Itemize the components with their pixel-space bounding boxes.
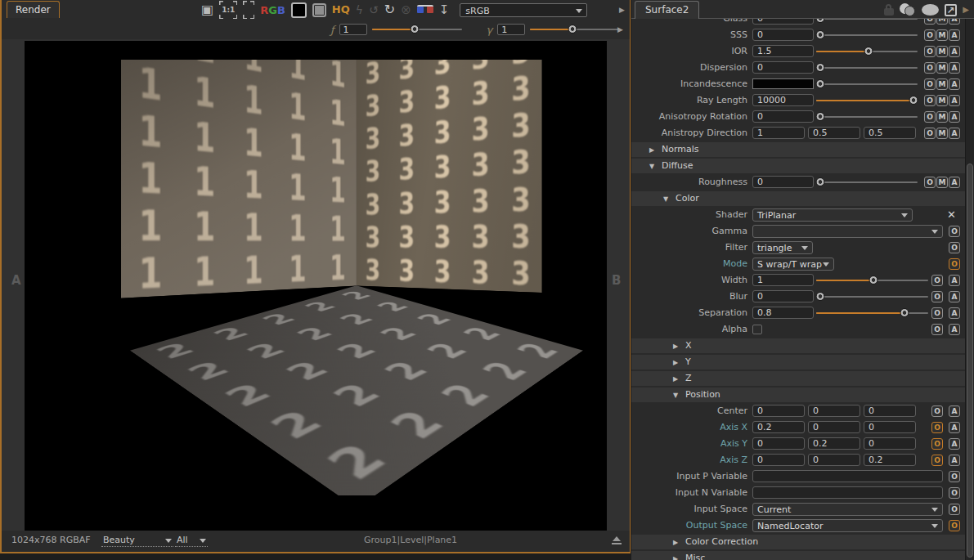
option-button[interactable]: O [949, 471, 960, 482]
param-slider[interactable] [816, 275, 928, 286]
cycle-icon[interactable]: ↺ [369, 2, 379, 17]
option-button[interactable]: O [924, 177, 936, 188]
slider-handle[interactable] [815, 112, 824, 121]
slider-handle[interactable] [900, 308, 909, 317]
mute-button[interactable]: M [936, 111, 948, 123]
vector-field-1[interactable]: 0 [808, 421, 860, 433]
slider-handle[interactable] [815, 63, 824, 72]
mute-button[interactable]: M [936, 95, 948, 106]
solo-ellipse-icon[interactable] [922, 4, 939, 16]
region-select-icon[interactable] [243, 1, 254, 19]
animate-button[interactable]: A [949, 275, 960, 286]
animate-button[interactable]: A [949, 324, 960, 335]
option-button[interactable]: O [949, 226, 960, 237]
color-swatch[interactable] [752, 78, 814, 89]
zoom-1to1-icon[interactable]: 1:1 [219, 1, 237, 19]
expand-group-icon[interactable]: ▶ [673, 555, 678, 560]
animate-button[interactable]: A [949, 455, 960, 466]
toolbar-expand-icon[interactable]: ▶ [619, 6, 625, 14]
group-label[interactable]: Y [685, 356, 691, 367]
dropdown[interactable]: triangle [752, 241, 813, 254]
collapse-group-icon[interactable]: ▼ [649, 163, 654, 170]
dropdown[interactable]: S wrap/T wrap [752, 258, 834, 271]
option-button[interactable]: O [924, 78, 936, 90]
scrollbar-thumb[interactable] [967, 164, 973, 558]
option-button[interactable]: O [931, 324, 943, 335]
slider-row-expand-icon[interactable]: ▶ [617, 25, 623, 34]
expand-group-icon[interactable]: ▶ [649, 146, 654, 154]
lock-icon[interactable] [884, 8, 894, 16]
option-button[interactable]: O [931, 438, 943, 450]
animate-button[interactable]: A [949, 307, 960, 319]
gamma-input[interactable]: 1 [497, 24, 525, 35]
slider-handle[interactable] [815, 79, 824, 88]
expand-group-icon[interactable]: ▶ [673, 375, 678, 383]
animate-button[interactable]: A [949, 29, 960, 41]
group-label[interactable]: Color [676, 193, 699, 204]
animate-button[interactable]: A [949, 291, 960, 302]
import-image-icon[interactable]: ↧ [439, 2, 450, 17]
value-field[interactable]: 0 [752, 176, 814, 188]
group-label[interactable]: Color Correction [685, 536, 758, 547]
group-label[interactable]: Position [685, 389, 720, 400]
vector-field-1[interactable]: 0.2 [808, 437, 860, 450]
collapse-group-icon[interactable]: ▼ [673, 392, 678, 399]
vector-field-0[interactable]: 0 [752, 405, 805, 417]
colorspace-dropdown[interactable]: sRGB [460, 3, 587, 17]
background-swatch-icon[interactable] [291, 2, 307, 18]
option-button[interactable]: O [924, 95, 936, 106]
dropdown[interactable]: TriPlanar [752, 208, 913, 222]
value-field[interactable]: 0 [752, 61, 814, 74]
collapse-group-icon[interactable]: ▼ [663, 195, 668, 203]
checkbox[interactable] [752, 325, 762, 334]
mute-button[interactable]: M [936, 177, 948, 188]
param-slider[interactable] [816, 62, 918, 74]
slider-handle[interactable] [864, 47, 873, 56]
text-field[interactable] [752, 486, 943, 499]
param-slider[interactable] [816, 307, 928, 319]
pass-dropdown[interactable]: Beauty [101, 535, 173, 547]
vector-field-2[interactable]: 0.5 [864, 127, 916, 139]
exposure-input[interactable]: 1 [339, 24, 367, 35]
option-button[interactable]: O [924, 62, 936, 74]
scrollbar[interactable] [965, 19, 974, 560]
animate-button[interactable]: A [949, 78, 960, 90]
option-button[interactable]: O [931, 275, 943, 286]
option-button[interactable]: O [949, 242, 960, 253]
param-slider[interactable] [816, 95, 918, 106]
vector-field-2[interactable]: 0 [864, 405, 916, 417]
vector-field-2[interactable]: 0.2 [864, 454, 916, 466]
group-label[interactable]: Diffuse [662, 160, 693, 171]
slider-handle[interactable] [815, 30, 824, 39]
group-label[interactable]: X [685, 340, 692, 351]
slider-handle[interactable] [816, 292, 825, 301]
animate-button[interactable]: A [949, 95, 960, 106]
rgb-channels-icon[interactable]: RGB [260, 2, 285, 18]
slider-handle[interactable] [909, 96, 918, 105]
expand-arrow-icon[interactable]: ▶ [963, 2, 969, 17]
option-button[interactable]: O [931, 291, 943, 302]
option-button[interactable]: O [949, 520, 960, 531]
refresh-render-icon[interactable]: ↻ [384, 2, 395, 17]
mute-button[interactable]: M [936, 29, 948, 41]
vector-field-2[interactable]: 0 [864, 437, 916, 450]
value-field[interactable]: 0 [752, 29, 814, 41]
value-field[interactable]: 0.8 [752, 307, 814, 319]
option-button[interactable]: O [924, 46, 936, 57]
dropdown[interactable]: Current [752, 503, 943, 516]
expand-group-icon[interactable]: ▶ [673, 539, 678, 546]
popout-icon[interactable] [945, 4, 957, 16]
vector-field-0[interactable]: 1 [752, 127, 805, 139]
option-button[interactable]: O [931, 307, 943, 319]
frame-region-icon[interactable] [312, 3, 326, 17]
vector-field-0[interactable]: 0.2 [752, 421, 805, 433]
group-label[interactable]: Misc [685, 553, 705, 560]
option-button[interactable]: O [924, 111, 936, 123]
cancel-render-icon[interactable]: ⊗ [401, 2, 411, 17]
mute-button[interactable]: M [936, 46, 948, 57]
animate-button[interactable]: A [949, 46, 960, 57]
tab-render[interactable]: Render [7, 1, 60, 18]
clear-shader-icon[interactable]: ✕ [947, 208, 956, 221]
value-field[interactable]: 0 [752, 290, 814, 302]
animate-button[interactable]: A [949, 128, 960, 139]
